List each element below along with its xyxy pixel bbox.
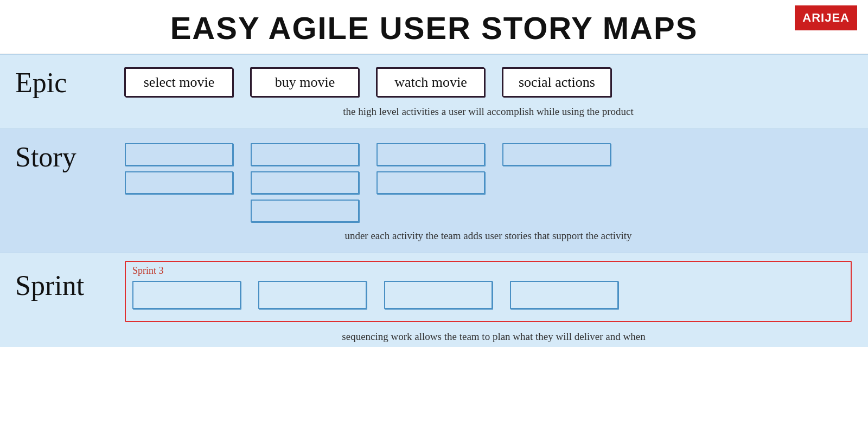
sprint-description: sequencing work allows the team to plan … [119,326,868,347]
story-column-2 [251,143,359,222]
sprint-section: Sprint Sprint 3 sequencing work allows t… [0,253,868,347]
story-card-2-3 [251,200,359,222]
epic-label: Epic [0,55,119,99]
story-column-3 [376,143,485,222]
story-card-1-2 [125,171,233,194]
sprint-card-1 [132,281,241,309]
story-content: under each activity the team adds user s… [119,129,868,253]
sprint-cards-row [132,281,844,309]
epic-content: select movie buy movie watch movie socia… [119,55,868,129]
story-card-2-2 [251,171,359,194]
story-card-2-1 [251,143,359,166]
story-card-3-2 [376,171,485,194]
story-columns [125,139,852,222]
sprint-card-2 [258,281,367,309]
story-column-4 [502,143,611,222]
story-card-4-1 [502,143,611,166]
story-description: under each activity the team adds user s… [125,227,852,247]
sprint-row-wrapper: Sprint 3 [125,261,852,322]
story-section: Story under each activity t [0,129,868,253]
story-card-3-1 [376,143,485,166]
sprint-card-4 [510,281,618,309]
epic-card-1: select movie [125,68,233,97]
epic-card-3: watch movie [376,68,485,97]
brand-badge: ARIJEA [795,5,857,30]
story-label: Story [0,129,119,173]
sprint-banner: Sprint 3 [132,265,844,277]
sprint-full: Sprint 3 sequencing work allows the team… [119,253,868,347]
epic-description: the high level activities a user will ac… [125,102,852,123]
epic-section: Epic select movie buy movie watch movie … [0,54,868,129]
header: EASY AGILE USER STORY MAPS ARIJEA [0,0,868,54]
sprint-label: Sprint [0,253,119,301]
page-title: EASY AGILE USER STORY MAPS [170,10,698,46]
epic-cards-row: select movie buy movie watch movie socia… [125,65,852,97]
epic-card-2: buy movie [251,68,359,97]
story-card-1-1 [125,143,233,166]
story-column-1 [125,143,233,222]
epic-card-4: social actions [502,68,611,97]
sprint-card-3 [384,281,493,309]
